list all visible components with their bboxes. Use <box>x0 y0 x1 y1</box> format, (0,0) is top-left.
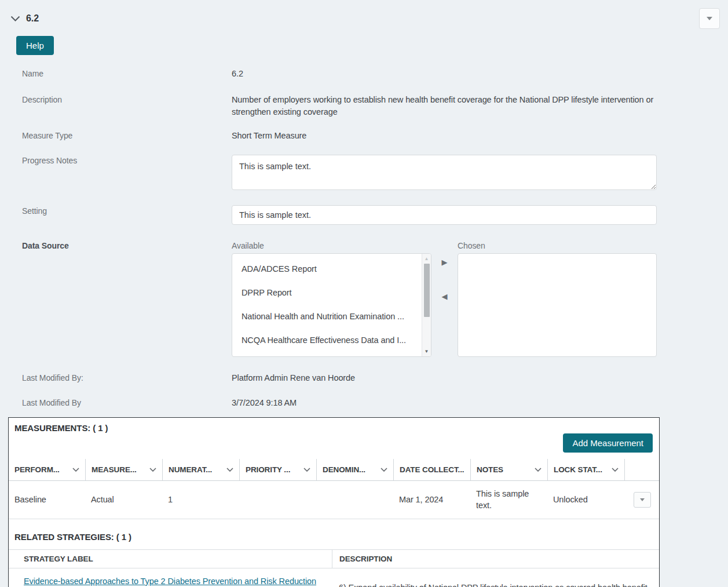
chevron-down-icon <box>535 468 542 472</box>
last-modified-by-value: Platform Admin Rene van Hoorde <box>232 372 657 384</box>
column-header-actions <box>624 459 659 481</box>
scroll-up-icon[interactable]: ▲ <box>422 254 431 264</box>
column-header-strategy-label: STRATEGY LABEL <box>9 550 332 568</box>
data-source-label: Data Source <box>0 240 232 357</box>
section-menu-button[interactable] <box>699 8 720 29</box>
measure-type-value: Short Term Measure <box>232 130 657 142</box>
related-strategies-table: STRATEGY LABEL DESCRIPTION Evidence-base… <box>9 549 659 587</box>
data-source-dual-list: Available ADA/ADCES Report DPRP Report N… <box>232 240 657 357</box>
cell-date-collected: Mar 1, 2024 <box>393 481 470 519</box>
measurements-table-header: PERFORM... MEASURE... NUMERAT... PRIORIT… <box>9 459 659 481</box>
column-header-lock-status[interactable]: LOCK STAT... <box>547 459 624 481</box>
description-label: Description <box>0 94 232 118</box>
column-header-numerator[interactable]: NUMERAT... <box>162 459 239 481</box>
cell-performance: Baseline <box>9 481 85 519</box>
chevron-down-icon <box>226 468 233 472</box>
cell-lock-status: Unlocked <box>547 481 624 519</box>
column-header-measure[interactable]: MEASURE... <box>85 459 162 481</box>
strategy-description: 6) Expand availability of National DPP l… <box>332 568 659 587</box>
description-value: Number of employers working to establish… <box>232 94 657 118</box>
measurement-row-menu-button[interactable] <box>634 492 651 508</box>
setting-input[interactable] <box>232 205 657 225</box>
available-list-scrollbar[interactable]: ▲ ▼ <box>422 254 431 356</box>
move-right-icon[interactable]: ▶ <box>442 258 448 266</box>
name-label: Name <box>0 68 232 80</box>
strategy-row: Evidence-based Approaches to Type 2 Diab… <box>9 568 659 587</box>
related-strategies-section-title: RELATED STRATEGIES: ( 1 ) <box>9 519 659 549</box>
cell-denominator <box>316 481 393 519</box>
chevron-down-icon <box>149 468 156 472</box>
column-header-priority[interactable]: PRIORITY ... <box>239 459 316 481</box>
progress-notes-label: Progress Notes <box>0 155 232 194</box>
chosen-label: Chosen <box>458 240 657 251</box>
available-list-item[interactable]: DPRP Report <box>232 280 431 304</box>
help-button[interactable]: Help <box>16 36 54 55</box>
scroll-down-icon[interactable]: ▼ <box>422 347 431 356</box>
section-header: 6.2 <box>0 6 728 29</box>
caret-down-icon <box>707 17 712 20</box>
available-list-item[interactable]: National Health and Nutrition Examinatio… <box>232 304 431 327</box>
chevron-down-icon <box>381 468 387 472</box>
progress-notes-textarea[interactable]: This is sample text. <box>232 155 657 190</box>
cell-numerator: 1 <box>162 481 239 519</box>
column-header-performance[interactable]: PERFORM... <box>9 459 85 481</box>
chevron-down-icon <box>72 468 79 472</box>
cell-measure: Actual <box>85 481 162 519</box>
related-strategies-header: STRATEGY LABEL DESCRIPTION <box>9 549 659 568</box>
page-title: 6.2 <box>26 13 39 24</box>
add-measurement-button[interactable]: Add Measurement <box>563 433 653 453</box>
strategy-link[interactable]: Evidence-based Approaches to Type 2 Diab… <box>24 575 327 587</box>
chevron-down-icon <box>612 468 619 472</box>
measure-type-label: Measure Type <box>0 130 232 142</box>
chosen-listbox[interactable] <box>458 253 657 357</box>
measurements-section-title: MEASUREMENTS: ( 1 ) <box>9 418 659 433</box>
move-left-icon[interactable]: ◀ <box>442 293 448 300</box>
measurements-panel: MEASUREMENTS: ( 1 ) Add Measurement PERF… <box>8 417 660 587</box>
name-value: 6.2 <box>232 68 657 80</box>
available-list-item[interactable]: NCQA Healthcare Effectiveness Data and I… <box>232 327 431 351</box>
measurement-row: Baseline Actual 1 Mar 1, 2024 This is sa… <box>9 481 659 519</box>
last-modified-date-label: Last Modified By <box>0 397 232 409</box>
chevron-down-icon <box>303 468 310 472</box>
section-collapse-chevron-icon[interactable] <box>10 16 20 21</box>
measure-form: Name 6.2 Description Number of employers… <box>0 68 728 409</box>
caret-down-icon <box>640 498 645 501</box>
setting-label: Setting <box>0 205 232 225</box>
measurements-table: PERFORM... MEASURE... NUMERAT... PRIORIT… <box>9 459 659 519</box>
available-listbox[interactable]: ADA/ADCES Report DPRP Report National He… <box>232 253 431 357</box>
cell-notes: This is sample text. <box>476 488 542 511</box>
column-header-date-collected[interactable]: DATE COLLECT... <box>393 459 470 481</box>
available-list-item[interactable]: ADA/ADCES Report <box>232 256 431 280</box>
last-modified-by-label: Last Modified By: <box>0 372 232 384</box>
column-header-description: DESCRIPTION <box>332 550 659 568</box>
cell-priority <box>239 481 316 519</box>
last-modified-date-value: 3/7/2024 9:18 AM <box>232 397 657 409</box>
column-header-denominator[interactable]: DENOMIN... <box>316 459 393 481</box>
scrollbar-thumb[interactable] <box>424 264 430 317</box>
available-label: Available <box>232 240 431 251</box>
column-header-notes[interactable]: NOTES <box>470 459 547 481</box>
measure-detail-page: 6.2 Help Name 6.2 Description Number of … <box>0 0 728 587</box>
